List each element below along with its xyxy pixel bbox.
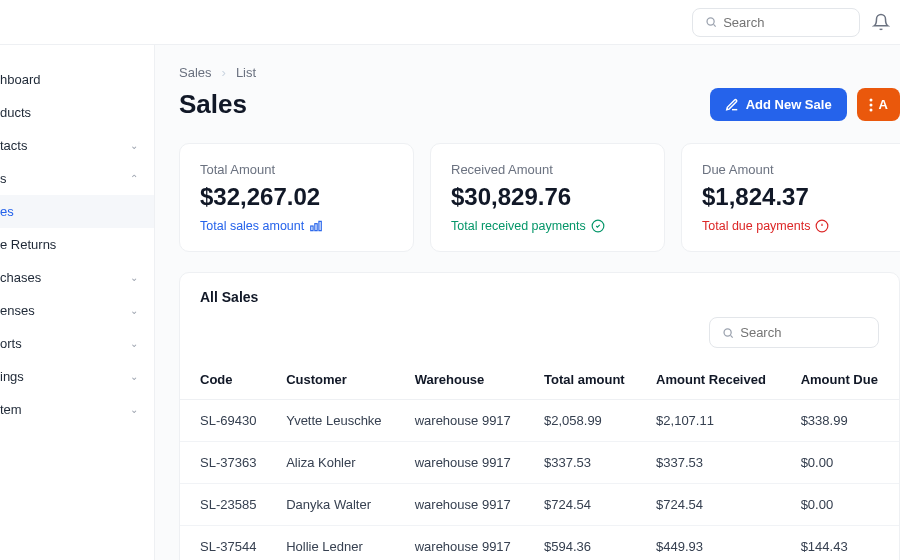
sidebar-item-label: enses (0, 303, 35, 318)
table-cell: $724.54 (534, 484, 646, 526)
table-cell: SL-23585 (180, 484, 276, 526)
card-label: Total Amount (200, 162, 393, 177)
page-title: Sales (179, 89, 247, 120)
table-cell: Hollie Ledner (276, 526, 405, 561)
global-search[interactable] (692, 8, 860, 37)
chevron-down-icon: ⌄ (130, 404, 138, 415)
search-icon (722, 326, 734, 340)
table-cell: Aliza Kohler (276, 442, 405, 484)
table-cell: $2,107.11 (646, 400, 791, 442)
sales-table-card: All Sales CodeCustomerWarehouseTotal amo… (179, 272, 900, 560)
table-cell: warehouse 9917 (405, 400, 534, 442)
card-value: $1,824.37 (702, 183, 895, 211)
sidebar-item[interactable]: s⌃ (0, 162, 154, 195)
table-row[interactable]: SL-37363Aliza Kohlerwarehouse 9917$337.5… (180, 442, 899, 484)
table-cell: Yvette Leuschke (276, 400, 405, 442)
table-row[interactable]: SL-23585Danyka Walterwarehouse 9917$724.… (180, 484, 899, 526)
red-indicator-icon (815, 219, 829, 233)
table-cell: SL-69430 (180, 400, 276, 442)
add-new-sale-button[interactable]: Add New Sale (710, 88, 847, 121)
more-vertical-icon (869, 98, 873, 112)
breadcrumb-item[interactable]: Sales (179, 65, 212, 80)
blue-indicator-icon (309, 219, 323, 233)
table-row[interactable]: SL-37544Hollie Lednerwarehouse 9917$594.… (180, 526, 899, 561)
column-header[interactable]: Amount Due (791, 360, 899, 400)
sidebar-item[interactable]: chases⌄ (0, 261, 154, 294)
summary-card: Due Amount$1,824.37Total due payments (681, 143, 900, 252)
chevron-down-icon: ⌄ (130, 272, 138, 283)
sidebar-item-label: s (0, 171, 7, 186)
table-cell: $724.54 (646, 484, 791, 526)
notification-icon[interactable] (872, 13, 890, 31)
card-value: $32,267.02 (200, 183, 393, 211)
table-cell: $449.93 (646, 526, 791, 561)
svg-point-1 (869, 98, 872, 101)
sidebar-item[interactable]: e Returns (0, 228, 154, 261)
card-subtext: Total received payments (451, 219, 644, 233)
table-cell: warehouse 9917 (405, 526, 534, 561)
sidebar-item-label: e Returns (0, 237, 56, 252)
sidebar-item-label: tacts (0, 138, 27, 153)
table-cell: $337.53 (646, 442, 791, 484)
chevron-down-icon: ⌄ (130, 305, 138, 316)
summary-card: Received Amount$30,829.76Total received … (430, 143, 665, 252)
table-cell: SL-37544 (180, 526, 276, 561)
card-value: $30,829.76 (451, 183, 644, 211)
sidebar-item[interactable]: ducts (0, 96, 154, 129)
svg-rect-5 (315, 224, 317, 231)
column-header[interactable]: Amount Received (646, 360, 791, 400)
sidebar-item[interactable]: es (0, 195, 154, 228)
column-header[interactable]: Warehouse (405, 360, 534, 400)
main-content: Sales › List Sales Add New Sale A Total … (155, 45, 900, 560)
table-cell: warehouse 9917 (405, 442, 534, 484)
svg-point-2 (869, 103, 872, 106)
sidebar-item-label: hboard (0, 72, 40, 87)
sidebar-item[interactable]: ings⌄ (0, 360, 154, 393)
sidebar: hboardductstacts⌄s⌃ese Returnschases⌄ens… (0, 45, 155, 560)
table-cell: warehouse 9917 (405, 484, 534, 526)
table-cell: $0.00 (791, 442, 899, 484)
table-search[interactable] (709, 317, 879, 348)
sidebar-item[interactable]: tem⌄ (0, 393, 154, 426)
secondary-action-button[interactable]: A (857, 88, 900, 121)
column-header[interactable]: Code (180, 360, 276, 400)
chevron-down-icon: ⌄ (130, 140, 138, 151)
sidebar-item-label: ducts (0, 105, 31, 120)
table-cell: $144.43 (791, 526, 899, 561)
svg-point-3 (869, 108, 872, 111)
svg-rect-4 (311, 226, 313, 231)
sidebar-item-label: tem (0, 402, 22, 417)
sidebar-item[interactable]: hboard (0, 63, 154, 96)
button-label: A (879, 97, 888, 112)
green-indicator-icon (591, 219, 605, 233)
table-search-input[interactable] (740, 325, 866, 340)
table-cell: Danyka Walter (276, 484, 405, 526)
sidebar-item-label: orts (0, 336, 22, 351)
sidebar-item-label: es (0, 204, 14, 219)
column-header[interactable]: Customer (276, 360, 405, 400)
sales-table: CodeCustomerWarehouseTotal amountAmount … (180, 360, 899, 560)
svg-rect-6 (319, 221, 321, 230)
sidebar-item-label: chases (0, 270, 41, 285)
card-label: Due Amount (702, 162, 895, 177)
page-actions: Add New Sale A (710, 88, 900, 121)
table-row[interactable]: SL-69430Yvette Leuschkewarehouse 9917$2,… (180, 400, 899, 442)
chevron-right-icon: › (222, 65, 226, 80)
summary-cards: Total Amount$32,267.02Total sales amount… (179, 143, 900, 252)
topbar (0, 0, 900, 45)
sidebar-item[interactable]: enses⌄ (0, 294, 154, 327)
summary-card: Total Amount$32,267.02Total sales amount (179, 143, 414, 252)
column-header[interactable]: Total amount (534, 360, 646, 400)
button-label: Add New Sale (746, 97, 832, 112)
svg-point-0 (707, 18, 714, 25)
global-search-input[interactable] (723, 15, 847, 30)
breadcrumb: Sales › List (179, 65, 900, 80)
sidebar-item-label: ings (0, 369, 24, 384)
chevron-up-icon: ⌃ (130, 173, 138, 184)
table-cell: $337.53 (534, 442, 646, 484)
breadcrumb-item: List (236, 65, 256, 80)
sidebar-item[interactable]: tacts⌄ (0, 129, 154, 162)
table-cell: $0.00 (791, 484, 899, 526)
card-label: Received Amount (451, 162, 644, 177)
sidebar-item[interactable]: orts⌄ (0, 327, 154, 360)
